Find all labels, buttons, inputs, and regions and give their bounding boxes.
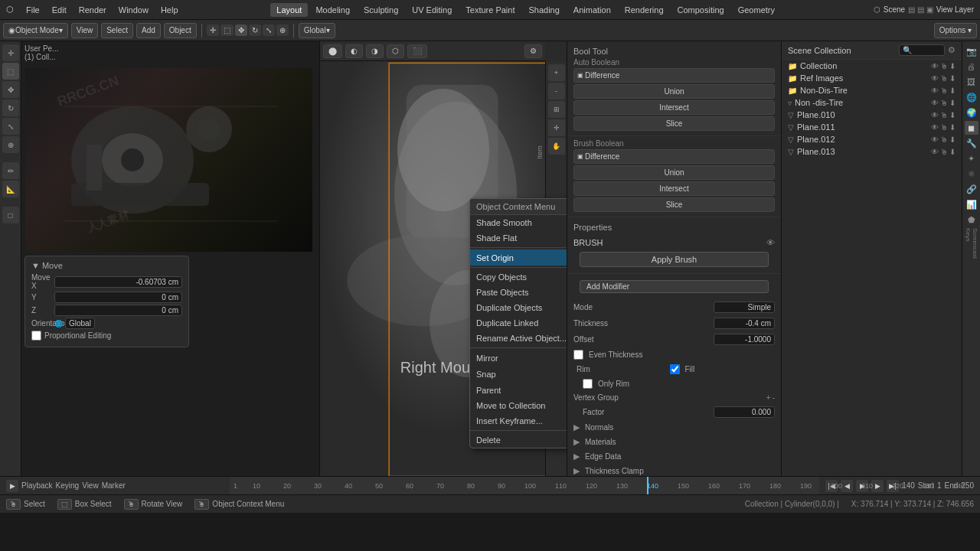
non-dis-tire-row[interactable]: 📁 Non-Dis-Tire 👁 🖱 ⬇ xyxy=(782,84,962,96)
view-label[interactable]: View xyxy=(82,481,99,490)
ndt-vis-1[interactable]: 👁 xyxy=(931,86,939,95)
tl-step-fwd[interactable]: ▶ xyxy=(871,480,884,492)
viewport-options[interactable]: ⚙ xyxy=(524,44,542,58)
tool-icon-transform[interactable]: ⊕ xyxy=(276,24,289,36)
outliner-search[interactable] xyxy=(899,44,945,56)
vp-zoom-in[interactable]: + xyxy=(548,64,565,81)
brush-eye-icon[interactable]: 👁 xyxy=(766,238,775,247)
rp-particles-icon[interactable]: ✦ xyxy=(965,152,978,165)
menu-edit[interactable]: Edit xyxy=(46,3,73,17)
context-paste-objects[interactable]: Paste Objects Ctrl V xyxy=(470,285,567,300)
workspace-layout[interactable]: Layout xyxy=(270,3,308,17)
marker-label[interactable]: Marker xyxy=(102,481,126,490)
collection-vis-3[interactable]: ⬇ xyxy=(949,62,956,70)
ref-vis-3[interactable]: ⬇ xyxy=(949,74,956,83)
collection-vis-2[interactable]: 🖱 xyxy=(940,62,948,70)
menu-window[interactable]: Window xyxy=(113,3,155,17)
viewport-shading-material[interactable]: ◐ xyxy=(345,44,363,58)
offset-value[interactable]: -1.0000 xyxy=(714,334,775,345)
left-tool-measure[interactable]: 📐 xyxy=(2,181,19,197)
prop-editing-checkbox[interactable] xyxy=(31,331,41,341)
left-tool-transform[interactable]: ⊕ xyxy=(2,136,19,153)
p011-vis-2[interactable]: 🖱 xyxy=(940,123,948,132)
context-copy-objects[interactable]: Copy Objects Ctrl C xyxy=(470,269,567,285)
context-shade-flat[interactable]: Shade Flat xyxy=(470,230,567,246)
workspace-texture[interactable]: Texture Paint xyxy=(459,3,521,17)
object-btn[interactable]: Object xyxy=(164,23,197,38)
rp-render-icon[interactable]: 📷 xyxy=(965,44,978,58)
p010-vis-3[interactable]: ⬇ xyxy=(949,111,956,119)
menu-render[interactable]: Render xyxy=(73,3,113,17)
left-tool-rotate[interactable]: ↻ xyxy=(2,99,19,116)
workspace-compositing[interactable]: Compositing xyxy=(671,3,730,17)
p010-vis-1[interactable]: 👁 xyxy=(931,111,939,119)
p011-vis-1[interactable]: 👁 xyxy=(931,123,939,132)
ndts-vis-3[interactable]: ⬇ xyxy=(949,99,956,107)
even-thickness-checkbox[interactable] xyxy=(573,350,583,360)
rp-material-icon[interactable]: ⬟ xyxy=(965,213,978,227)
menu-file[interactable]: File xyxy=(20,3,46,17)
ndt-vis-2[interactable]: 🖱 xyxy=(940,86,948,95)
context-move-collection[interactable]: Move to Collection M xyxy=(470,398,567,413)
plane011-row[interactable]: ▽ Plane.011 👁 🖱 ⬇ xyxy=(782,121,962,133)
ref-images-row[interactable]: 📁 Ref Images 👁 🖱 ⬇ xyxy=(782,72,962,84)
p012-vis-3[interactable]: ⬇ xyxy=(949,135,956,144)
materials-label[interactable]: Materials xyxy=(585,438,775,446)
context-mirror[interactable]: Mirror ▶ xyxy=(470,350,567,366)
workspace-animation[interactable]: Animation xyxy=(567,3,617,17)
brush-diff-btn[interactable]: ▣ Difference xyxy=(573,149,775,164)
vg-remove-icon[interactable]: - xyxy=(773,393,775,402)
orientation-value[interactable]: Global xyxy=(65,318,95,329)
context-duplicate-linked[interactable]: Duplicate Linked Alt D xyxy=(470,315,567,331)
keying-label[interactable]: Keying xyxy=(56,481,80,490)
auto-slice-btn[interactable]: Slice xyxy=(573,116,775,131)
tool-icon-rotate[interactable]: ↻ xyxy=(249,24,261,36)
move-x-value[interactable]: -0.60703 cm xyxy=(54,276,182,288)
brush-slice-btn[interactable]: Slice xyxy=(573,197,775,212)
context-shade-smooth[interactable]: Shade Smooth xyxy=(470,215,567,230)
rp-output-icon[interactable]: 🖨 xyxy=(965,60,978,73)
workspace-sculpting[interactable]: Sculpting xyxy=(358,3,404,17)
viewport-shading-solid[interactable]: ⬤ xyxy=(323,44,342,58)
viewport-xray[interactable]: ⬛ xyxy=(407,44,427,58)
ref-vis-2[interactable]: 🖱 xyxy=(940,74,948,83)
context-rename[interactable]: Rename Active Object... F2 xyxy=(470,331,567,346)
context-duplicate[interactable]: Duplicate Objects Shift D xyxy=(470,300,567,315)
viewport-shading-rendered[interactable]: ◑ xyxy=(366,44,384,58)
thickness-clamp-label[interactable]: Thickness Clamp xyxy=(585,467,775,475)
add-btn[interactable]: Add xyxy=(136,23,161,38)
p012-vis-1[interactable]: 👁 xyxy=(931,135,939,144)
apply-brush-button[interactable]: Apply Brush xyxy=(580,252,769,267)
rp-scene-icon[interactable]: 🌐 xyxy=(965,90,978,104)
vp-grab[interactable]: ✋ xyxy=(548,138,565,155)
context-parent[interactable]: Parent ▶ xyxy=(470,382,567,398)
left-tool-cursor[interactable]: ✛ xyxy=(2,44,19,61)
auto-union-btn[interactable]: Union xyxy=(573,84,775,99)
workspace-shading[interactable]: Shading xyxy=(522,3,565,17)
scene-collection-row[interactable]: 📁 Collection 👁 🖱 ⬇ xyxy=(782,60,962,72)
workspace-uv[interactable]: UV Editing xyxy=(406,3,458,17)
workspace-modeling[interactable]: Modeling xyxy=(309,3,356,17)
vg-add-icon[interactable]: + xyxy=(766,393,771,402)
fill-checkbox[interactable] xyxy=(670,364,680,374)
frame-num-display[interactable]: 140 xyxy=(902,481,915,490)
context-set-origin[interactable]: Set Origin ▶ xyxy=(470,249,567,266)
auto-diff-btn[interactable]: ▣ Difference xyxy=(573,68,775,83)
vp-numpad[interactable]: ⊞ xyxy=(548,101,565,118)
viewport-overlay[interactable]: ⬡ xyxy=(387,44,404,58)
thickness-value[interactable]: -0.4 cm xyxy=(714,318,775,329)
timeline-playback[interactable]: ▶ xyxy=(6,480,18,492)
ndt-vis-3[interactable]: ⬇ xyxy=(949,86,956,95)
start-val[interactable]: 1 xyxy=(937,481,942,490)
normals-label[interactable]: Normals xyxy=(585,423,775,432)
p011-vis-3[interactable]: ⬇ xyxy=(949,123,956,132)
p013-vis-1[interactable]: 👁 xyxy=(931,148,939,156)
rp-object-icon[interactable]: ◼ xyxy=(965,121,978,135)
rp-modifier-icon[interactable]: 🔧 xyxy=(965,136,978,150)
blender-logo[interactable]: ⬡ xyxy=(0,2,20,17)
auto-intersect-btn[interactable]: Intersect xyxy=(573,100,775,115)
tl-step-back[interactable]: ◀ xyxy=(841,480,853,492)
tool-icon-move[interactable]: ✥ xyxy=(235,24,247,36)
brush-union-btn[interactable]: Union xyxy=(573,165,775,180)
global-transform[interactable]: Global ▾ xyxy=(299,23,335,38)
